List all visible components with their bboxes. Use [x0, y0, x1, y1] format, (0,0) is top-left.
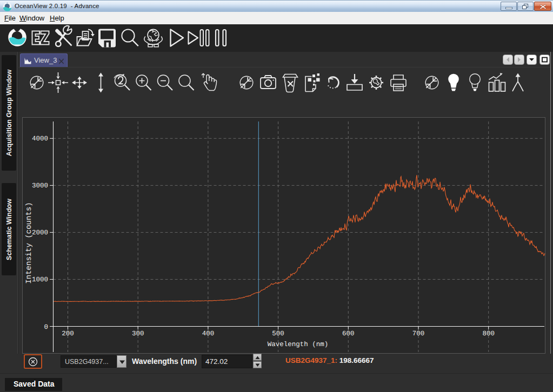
svg-text:600: 600 — [342, 330, 355, 337]
svg-text:2000: 2000 — [32, 229, 48, 236]
svg-text:500: 500 — [272, 330, 284, 337]
svg-text:3000: 3000 — [32, 182, 48, 190]
svg-text:Intensity (counts): Intensity (counts) — [25, 202, 34, 283]
svg-text:400: 400 — [202, 330, 215, 337]
svg-text:0: 0 — [44, 323, 48, 331]
svg-text:700: 700 — [412, 330, 425, 337]
svg-text:1000: 1000 — [32, 276, 48, 283]
svg-text:Wavelength (nm): Wavelength (nm) — [268, 341, 329, 348]
svg-text:4000: 4000 — [32, 135, 48, 143]
svg-text:300: 300 — [132, 330, 144, 337]
svg-text:800: 800 — [482, 330, 495, 337]
svg-text:200: 200 — [62, 330, 74, 337]
